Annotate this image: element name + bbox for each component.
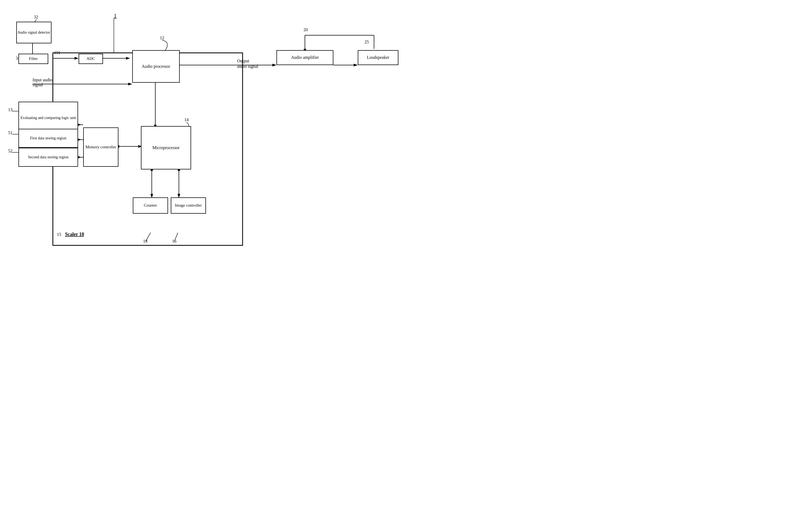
svg-marker-8 xyxy=(126,57,130,60)
svg-text:20: 20 xyxy=(303,28,308,32)
counter-box: Counter xyxy=(133,197,168,214)
audio-amplifier-label: Audio amplifier xyxy=(291,55,319,60)
svg-text:191: 191 xyxy=(54,50,60,55)
image-controller-label: Image controller xyxy=(175,203,202,208)
svg-text:13: 13 xyxy=(8,107,13,112)
svg-text:15: 15 xyxy=(57,232,61,237)
svg-text:16: 16 xyxy=(172,239,177,244)
memory-controller-label: Memory controller xyxy=(85,145,116,150)
diagram: 1 xyxy=(0,0,406,262)
svg-text:1: 1 xyxy=(114,13,116,19)
svg-marker-6 xyxy=(75,57,79,60)
image-controller-box: Image controller xyxy=(171,197,206,214)
svg-text:14: 14 xyxy=(184,118,189,122)
filter-box: Filter xyxy=(18,54,48,64)
svg-marker-13 xyxy=(272,64,276,67)
adc-label: ADC xyxy=(87,56,95,61)
counter-label: Counter xyxy=(144,203,157,208)
memory-controller-box: Memory controller xyxy=(83,127,118,167)
svg-text:Input audio: Input audio xyxy=(33,77,52,83)
svg-text:18: 18 xyxy=(143,239,147,244)
svg-text:52: 52 xyxy=(8,148,13,153)
audio-signal-detector-label: Audio signal detector xyxy=(18,30,51,35)
svg-marker-15 xyxy=(354,64,358,67)
loudspeaker-box: Loudspeaker xyxy=(358,50,399,65)
svg-text:32: 32 xyxy=(34,15,38,19)
svg-marker-10 xyxy=(128,83,132,85)
audio-amplifier-box: Audio amplifier xyxy=(276,50,333,65)
adc-box: ADC xyxy=(79,54,103,64)
microprocessor-box: Microprocessor xyxy=(141,126,191,169)
loudspeaker-label: Loudspeaker xyxy=(367,55,389,60)
first-data-box: First data storing region xyxy=(18,129,78,148)
svg-text:signal: signal xyxy=(33,83,43,87)
svg-text:audio signal: audio signal xyxy=(237,64,258,69)
evaluating-label: Evaluating and comparing logic unit xyxy=(21,115,76,120)
svg-text:Scaler 10: Scaler 10 xyxy=(65,232,84,237)
second-data-box: Second data storing region xyxy=(18,148,78,167)
filter-label: Filter xyxy=(29,56,38,61)
svg-text:51: 51 xyxy=(8,130,13,135)
second-data-label: Second data storing region xyxy=(28,155,69,160)
audio-signal-detector-box: Audio signal detector xyxy=(16,22,52,43)
svg-text:12: 12 xyxy=(160,36,164,40)
first-data-label: First data storing region xyxy=(30,136,67,141)
audio-processor-label: Audio processor xyxy=(142,64,170,69)
svg-text:25: 25 xyxy=(365,40,369,44)
audio-processor-box: Audio processor xyxy=(132,50,180,83)
svg-text:Output: Output xyxy=(237,58,250,64)
microprocessor-label: Microprocessor xyxy=(152,145,180,151)
